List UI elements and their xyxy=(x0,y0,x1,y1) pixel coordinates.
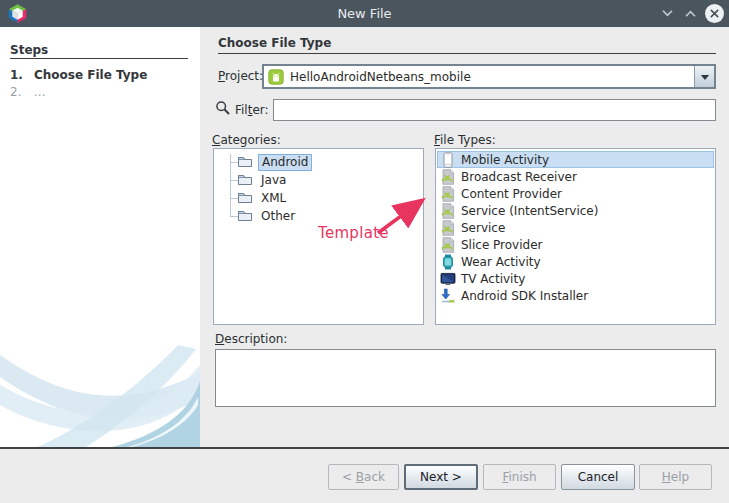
minimize-icon[interactable] xyxy=(659,6,675,22)
back-button[interactable]: < Back xyxy=(328,464,399,490)
help-button[interactable]: Help xyxy=(639,464,712,490)
category-android[interactable]: Android xyxy=(214,153,423,171)
file-type-row[interactable]: Wear Activity xyxy=(437,253,714,270)
category-xml[interactable]: XML xyxy=(214,189,423,207)
file-types-list[interactable]: Mobile Activity Broadcast Receiver Conte… xyxy=(435,148,716,325)
description-label: Description: xyxy=(215,332,287,346)
heading-divider xyxy=(218,53,716,54)
category-java[interactable]: Java xyxy=(214,171,423,189)
steps-panel: Steps 1. Choose File Type 2. ... xyxy=(0,27,200,447)
mobile-activity-icon xyxy=(440,152,456,168)
description-textarea[interactable] xyxy=(215,349,716,407)
android-class-icon xyxy=(440,237,456,253)
tv-activity-icon xyxy=(440,271,456,287)
cancel-button[interactable]: Cancel xyxy=(561,464,635,490)
android-class-icon xyxy=(440,220,456,236)
file-type-row[interactable]: Broadcast Receiver xyxy=(437,168,714,185)
step-item-choose-file-type: 1. Choose File Type xyxy=(10,68,147,82)
file-type-row[interactable]: Service xyxy=(437,219,714,236)
maximize-icon[interactable] xyxy=(682,6,698,22)
file-type-row[interactable]: Content Provider xyxy=(437,185,714,202)
folder-icon xyxy=(237,208,253,224)
file-type-row[interactable]: Service (IntentService) xyxy=(437,202,714,219)
combo-dropdown-arrow-icon[interactable] xyxy=(694,66,714,87)
sdk-installer-icon xyxy=(440,288,456,304)
titlebar[interactable]: New File xyxy=(0,0,729,27)
steps-divider xyxy=(10,58,188,59)
category-other[interactable]: Other xyxy=(214,207,423,225)
step-number: 1. xyxy=(10,68,34,82)
step-item-pending: 2. ... xyxy=(10,85,45,99)
android-class-icon xyxy=(440,169,456,185)
wear-activity-icon xyxy=(440,254,456,270)
watermark-graphic xyxy=(0,327,200,447)
android-class-icon xyxy=(440,186,456,202)
folder-icon xyxy=(237,154,253,170)
page-title: Choose File Type xyxy=(218,36,331,50)
file-type-row[interactable]: Android SDK Installer xyxy=(437,287,714,304)
folder-icon xyxy=(237,172,253,188)
project-value: HelloAndroidNetbeans_mobile xyxy=(290,70,471,84)
close-icon[interactable] xyxy=(705,4,724,23)
next-button[interactable]: Next > xyxy=(404,464,478,490)
file-type-row[interactable]: Mobile Activity xyxy=(437,151,714,168)
step-number: 2. xyxy=(10,85,34,99)
finish-button[interactable]: Finish xyxy=(483,464,556,490)
project-combobox[interactable]: HelloAndroidNetbeans_mobile xyxy=(262,64,716,89)
file-type-row[interactable]: Slice Provider xyxy=(437,236,714,253)
annotation-template-label: Template xyxy=(318,224,389,242)
file-type-row[interactable]: TV Activity xyxy=(437,270,714,287)
filter-input[interactable] xyxy=(273,99,716,121)
step-label: ... xyxy=(34,85,45,99)
main-pane: Choose File Type Project: HelloAndroidNe… xyxy=(200,27,729,447)
window-title: New File xyxy=(0,0,729,27)
button-bar: < Back Next > Finish Cancel Help xyxy=(0,449,729,503)
filter-label: Filter: xyxy=(235,103,269,117)
folder-icon xyxy=(237,190,253,206)
search-icon xyxy=(215,100,231,116)
steps-heading: Steps xyxy=(10,43,48,57)
new-file-dialog: New File Steps 1. Choose File Type 2. ..… xyxy=(0,0,729,503)
file-types-label: File Types: xyxy=(434,133,496,147)
project-label: Project: xyxy=(218,69,263,83)
categories-label: Categories: xyxy=(212,133,281,147)
step-label: Choose File Type xyxy=(34,68,147,82)
android-project-icon xyxy=(268,69,284,85)
android-class-icon xyxy=(440,203,456,219)
